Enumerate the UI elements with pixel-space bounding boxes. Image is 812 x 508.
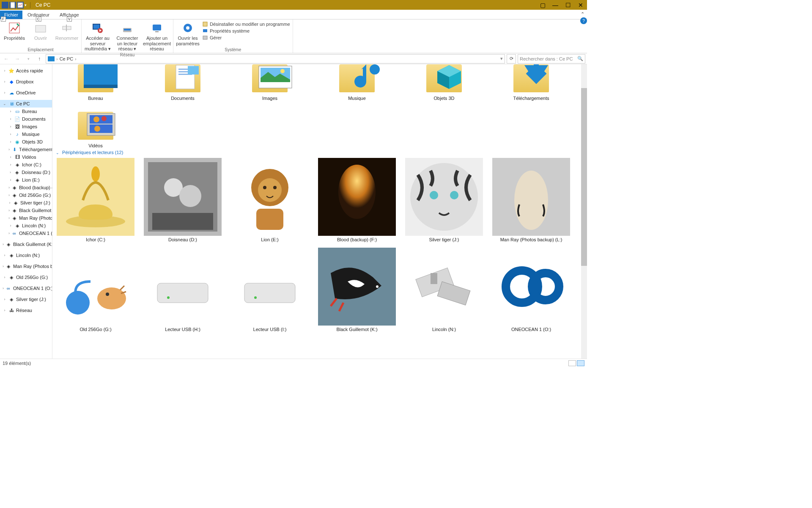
navigation-tree[interactable]: ›⭐Accès rapide ›◆Dropbox ›☁OneDrive ⌄🖥Ce… xyxy=(0,64,52,359)
properties-button[interactable]: Propriétés xyxy=(3,20,26,47)
folder-item[interactable]: Musique xyxy=(317,64,397,101)
tree-lincoln[interactable]: ›◈Lincoln (N:) xyxy=(0,222,52,229)
svg-rect-41 xyxy=(152,213,213,230)
drive-item[interactable]: Blood (backup) (F:) xyxy=(317,157,397,242)
tab-file[interactable]: Fichier F xyxy=(0,11,22,19)
tab-computer[interactable]: Ordinateur C xyxy=(22,11,55,19)
tree-quick-access[interactable]: ›⭐Accès rapide xyxy=(0,67,52,75)
search-icon: 🔍 xyxy=(577,56,583,61)
svg-rect-3 xyxy=(36,25,46,32)
drive-item[interactable]: Lecteur USB (H:) xyxy=(143,247,222,332)
media-server-button[interactable]: Accéder au serveur multimédia ▾ xyxy=(84,20,111,52)
section-devices-header[interactable]: ⌄ Périphériques et lecteurs (12) xyxy=(56,148,584,157)
content-pane[interactable]: BureauDocumentsImagesMusiqueObjets 3DTél… xyxy=(52,64,587,359)
tree-silvertiger-2[interactable]: ›◈Silver tiger (J:) xyxy=(0,295,52,303)
app-icon xyxy=(2,2,8,8)
tree-blackguillemot-2[interactable]: ›◈Black Guillemot (K:) xyxy=(0,240,52,248)
folder-item[interactable]: Images xyxy=(230,64,310,101)
ribbon-display-icon[interactable]: ▢ xyxy=(536,0,549,10)
tree-oneocean-2[interactable]: ›∞ONEOCEAN 1 (O:) xyxy=(0,284,52,292)
drive-item[interactable]: Doisneau (D:) xyxy=(143,157,222,242)
recent-dropdown[interactable]: ▾ xyxy=(24,54,33,64)
open-button[interactable]: Ouvrir xyxy=(29,20,52,47)
address-bar[interactable]: › Ce PC › ▾ xyxy=(46,54,505,64)
keytip-computer: C xyxy=(36,17,41,22)
tree-cepc[interactable]: ⌄🖥Ce PC xyxy=(0,100,52,108)
tree-dropbox[interactable]: ›◆Dropbox xyxy=(0,78,52,86)
tree-manray[interactable]: ›◈Man Ray (Photos ba xyxy=(0,214,52,222)
folder-item[interactable]: Bureau xyxy=(56,64,135,101)
tree-blood[interactable]: ›◈Blood (backup) (F:) xyxy=(0,184,52,191)
svg-rect-7 xyxy=(93,25,99,29)
tree-bureau[interactable]: ›▭Bureau xyxy=(0,108,52,115)
tree-old256[interactable]: ›◈Old 256Go (G:) xyxy=(0,191,52,199)
tree-silvertiger[interactable]: ›◈Silver tiger (J:) xyxy=(0,199,52,207)
svg-point-58 xyxy=(97,287,126,309)
crumb-sep: › xyxy=(56,56,58,61)
search-input[interactable]: Rechercher dans : Ce PC 🔍 xyxy=(518,54,585,64)
tree-manray-2[interactable]: ›◈Man Ray (Photos bac xyxy=(0,262,52,270)
svg-rect-15 xyxy=(203,22,207,26)
drive-item[interactable]: Ichor (C:) xyxy=(56,157,135,242)
drive-item[interactable]: Black Guillemot (K:) xyxy=(317,247,397,332)
back-button[interactable]: ← xyxy=(2,54,11,64)
svg-point-28 xyxy=(370,64,380,75)
tree-reseau[interactable]: ›🖧Réseau xyxy=(0,306,52,314)
rename-button[interactable]: Renommer xyxy=(55,20,79,47)
qat-dropdown-icon[interactable]: ▾ xyxy=(25,3,27,7)
collapse-ribbon-icon[interactable]: ⌃ xyxy=(581,11,584,17)
scrollbar-thumb[interactable] xyxy=(581,88,587,266)
minimize-button[interactable]: — xyxy=(549,0,562,10)
tree-videos[interactable]: ›🎞Vidéos xyxy=(0,153,52,161)
close-button[interactable]: ✕ xyxy=(574,0,587,10)
tree-lincoln-2[interactable]: ›◈Lincoln (N:) xyxy=(0,251,52,259)
properties-icon[interactable] xyxy=(17,2,24,8)
tree-ichor[interactable]: ›◈Ichor (C:) xyxy=(0,161,52,168)
manage-button[interactable]: Gérer xyxy=(202,35,290,41)
drive-item[interactable]: Lecteur USB (I:) xyxy=(230,247,310,332)
drive-label: ONEOCEAN 1 (O:) xyxy=(511,326,551,332)
tab-view[interactable]: Affichage V xyxy=(55,11,84,19)
file-icon[interactable] xyxy=(9,2,16,8)
tree-objets3d[interactable]: ›◉Objets 3D xyxy=(0,138,52,146)
forward-button[interactable]: → xyxy=(13,54,22,64)
tree-musique[interactable]: ›♪Musique xyxy=(0,130,52,138)
drive-item[interactable]: ONEOCEAN 1 (O:) xyxy=(491,247,571,332)
map-drive-button[interactable]: Connecter un lecteur réseau ▾ xyxy=(114,20,141,52)
tree-doisneau[interactable]: ›◈Doisneau (D:) xyxy=(0,168,52,176)
view-large-icons-button[interactable] xyxy=(577,360,584,366)
refresh-button[interactable]: ⟳ xyxy=(507,54,516,64)
maximize-button[interactable]: ☐ xyxy=(562,0,574,10)
view-details-button[interactable] xyxy=(568,360,576,366)
tree-oneocean[interactable]: ›∞ONEOCEAN 1 (O:) xyxy=(0,229,52,237)
tree-documents[interactable]: ›📄Documents xyxy=(0,115,52,123)
drive-item[interactable]: Lion (E:) xyxy=(230,157,310,242)
drive-item[interactable]: Old 256Go (G:) xyxy=(56,247,135,332)
open-settings-button[interactable]: Ouvrir les paramètres xyxy=(176,20,200,47)
drive-item[interactable]: Man Ray (Photos backup) (L:) xyxy=(491,157,571,242)
folder-item[interactable]: Téléchargements xyxy=(491,64,571,101)
breadcrumb-cepc[interactable]: Ce PC xyxy=(60,56,73,61)
add-network-location-button[interactable]: Ajouter un emplacement réseau xyxy=(143,20,170,52)
folder-label: Objets 3D xyxy=(434,95,455,101)
drive-item[interactable]: Lincoln (N:) xyxy=(404,247,484,332)
tree-old256-2[interactable]: ›◈Old 256Go (G:) xyxy=(0,273,52,281)
tree-images[interactable]: ›🖼Images xyxy=(0,123,52,130)
tree-lion[interactable]: ›◈Lion (E:) xyxy=(0,176,52,184)
drive-item[interactable]: Silver tiger (J:) xyxy=(404,157,484,242)
drive-label: Doisneau (D:) xyxy=(168,236,197,242)
tree-telechargements[interactable]: ›⬇Téléchargements xyxy=(0,146,52,153)
folder-label: Bureau xyxy=(88,95,103,101)
help-icon[interactable]: ? xyxy=(580,17,587,24)
drive-label: Lion (E:) xyxy=(261,236,279,242)
system-properties-button[interactable]: Propriétés système xyxy=(202,28,290,34)
address-dropdown-icon[interactable]: ▾ xyxy=(500,56,503,61)
tree-onedrive[interactable]: ›☁OneDrive xyxy=(0,89,52,97)
uninstall-button[interactable]: Désinstaller ou modifier un programme xyxy=(202,21,290,27)
folder-item[interactable]: Objets 3D xyxy=(404,64,484,101)
tree-blackguillemot[interactable]: ›◈Black Guillemot (K:) xyxy=(0,207,52,214)
folder-item[interactable]: Documents xyxy=(143,64,222,101)
folder-item[interactable]: Vidéos xyxy=(56,106,135,148)
up-button[interactable]: ↑ xyxy=(35,54,44,64)
ribbon-group-reseau: Accéder au serveur multimédia ▾ Connecte… xyxy=(82,19,173,53)
